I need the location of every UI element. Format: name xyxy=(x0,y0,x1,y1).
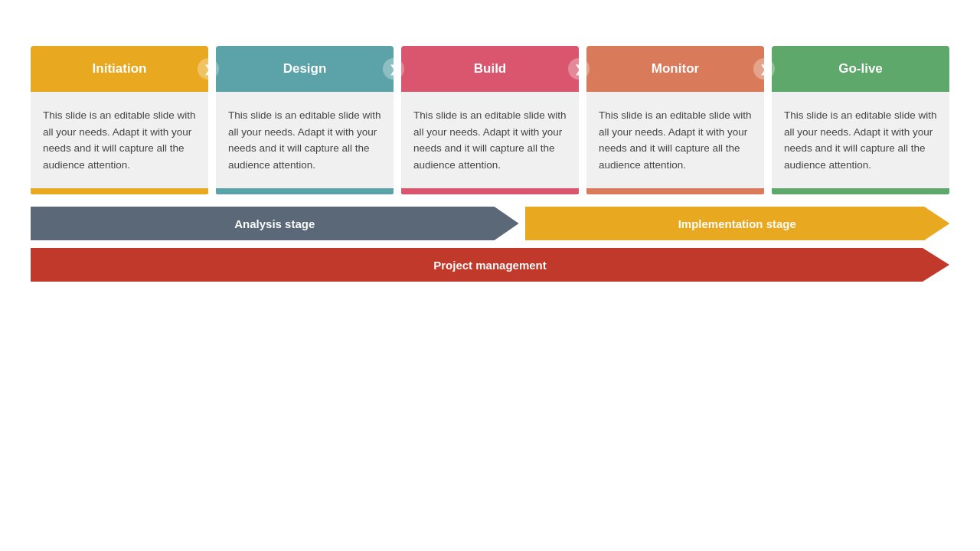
arrow-icon-initiation: ❯ xyxy=(198,58,219,80)
col-body-monitor: This slide is an editable slide with all… xyxy=(586,92,764,188)
col-body-text-golive: This slide is an editable slide with all… xyxy=(784,107,937,173)
col-label-initiation: Initiation xyxy=(93,61,147,77)
col-header-monitor: Monitor ❯ xyxy=(586,46,764,92)
col-label-build: Build xyxy=(474,61,507,77)
col-bottom-bar-monitor xyxy=(586,188,764,194)
column-initiation: Initiation ❯ This slide is an editable s… xyxy=(31,46,208,194)
col-bottom-bar-initiation xyxy=(31,188,208,194)
col-header-design: Design ❯ xyxy=(216,46,394,92)
col-body-initiation: This slide is an editable slide with all… xyxy=(31,92,208,188)
arrow-icon-design: ❯ xyxy=(383,58,404,80)
col-header-build: Build ❯ xyxy=(401,46,579,92)
col-bottom-bar-build xyxy=(401,188,579,194)
col-label-monitor: Monitor xyxy=(652,61,699,77)
col-body-text-initiation: This slide is an editable slide with all… xyxy=(43,107,196,173)
col-bottom-bar-golive xyxy=(772,188,949,194)
col-body-design: This slide is an editable slide with all… xyxy=(216,92,394,188)
column-golive: Go-live This slide is an editable slide … xyxy=(772,46,949,194)
stage-analysis: Analysis stage xyxy=(31,207,519,240)
col-header-golive: Go-live xyxy=(772,46,949,92)
column-build: Build ❯ This slide is an editable slide … xyxy=(401,46,579,194)
stage-analysis-label: Analysis stage xyxy=(234,217,315,230)
arrow-icon-monitor: ❯ xyxy=(753,58,775,80)
col-body-text-build: This slide is an editable slide with all… xyxy=(413,107,567,173)
stage-implementation-label: Implementation stage xyxy=(678,217,796,230)
col-bottom-bar-design xyxy=(216,188,394,194)
pm-bar: Project management xyxy=(31,248,949,282)
column-design: Design ❯ This slide is an editable slide… xyxy=(216,46,394,194)
arrow-icon-build: ❯ xyxy=(568,58,590,80)
col-label-golive: Go-live xyxy=(838,61,883,77)
columns-container: Initiation ❯ This slide is an editable s… xyxy=(31,46,949,194)
stages-container: Analysis stage Implementation stage xyxy=(31,207,949,240)
stage-implementation: Implementation stage xyxy=(525,207,949,240)
column-monitor: Monitor ❯ This slide is an editable slid… xyxy=(586,46,764,194)
col-body-build: This slide is an editable slide with all… xyxy=(401,92,579,188)
col-body-text-monitor: This slide is an editable slide with all… xyxy=(599,107,752,173)
col-label-design: Design xyxy=(283,61,327,77)
col-body-golive: This slide is an editable slide with all… xyxy=(772,92,949,188)
col-header-initiation: Initiation ❯ xyxy=(31,46,208,92)
col-body-text-design: This slide is an editable slide with all… xyxy=(228,107,381,173)
pm-container: Project management xyxy=(31,248,949,282)
pm-label: Project management xyxy=(433,259,547,272)
